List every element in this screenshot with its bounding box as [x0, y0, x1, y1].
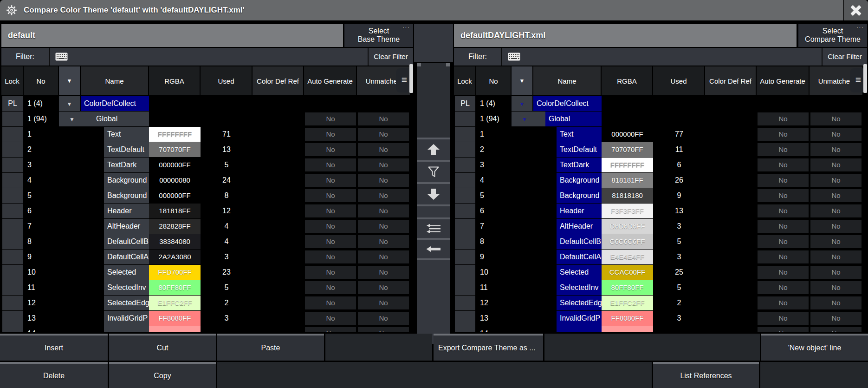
cell-name[interactable]: TextDefault — [104, 142, 149, 157]
cell-name[interactable]: Background — [557, 188, 602, 203]
cell-unmatched[interactable]: No — [810, 250, 862, 263]
column-header[interactable]: Name — [533, 66, 601, 95]
cell-name[interactable]: InvalidGridP — [557, 311, 602, 326]
cell-lock[interactable] — [2, 188, 23, 203]
cell-name[interactable]: AltHeader — [557, 219, 602, 234]
cell-unmatched[interactable]: No — [810, 158, 862, 171]
cell-auto-generate[interactable]: No — [758, 235, 809, 248]
cell-rgba-swatch[interactable]: E4E4E4FF — [602, 250, 653, 264]
cell-unmatched[interactable]: No — [358, 128, 409, 141]
cell-no[interactable]: 6 — [476, 204, 511, 218]
close-button[interactable] — [843, 0, 868, 20]
cell-rgba-swatch[interactable]: FFD700FF — [149, 265, 201, 280]
copy-to-base-button[interactable] — [417, 238, 450, 258]
new-object-line-button[interactable]: 'New object' line — [761, 334, 868, 361]
cell-used[interactable]: 5 — [653, 280, 705, 295]
cell-rgba-swatch[interactable]: 818181FF — [602, 173, 653, 188]
cell-used[interactable]: 4 — [201, 219, 253, 234]
cell-rgba-swatch[interactable]: 00000080 — [149, 173, 201, 188]
cell-used[interactable]: 9 — [653, 188, 705, 203]
cell-used[interactable]: 71 — [201, 127, 253, 142]
cell-lock[interactable] — [2, 127, 23, 142]
cell-no[interactable]: 1 (4) — [476, 96, 511, 111]
cell-auto-generate[interactable]: No — [305, 128, 356, 141]
cell-unmatched[interactable]: No — [810, 204, 862, 217]
cell-rgba-swatch[interactable]: E1FFC2FF — [149, 296, 201, 310]
cell-auto-generate[interactable]: No — [758, 128, 809, 141]
cell-auto-generate[interactable]: No — [758, 158, 809, 171]
copy-button[interactable]: Copy — [109, 362, 216, 388]
cell-name[interactable]: Header — [557, 204, 602, 218]
move-up-button[interactable] — [417, 138, 450, 160]
cell-used[interactable]: 6 — [653, 158, 705, 172]
cell-name[interactable]: Global — [93, 112, 149, 126]
column-header[interactable]: ▼ — [59, 66, 80, 95]
cell-auto-generate[interactable]: No — [758, 220, 809, 233]
cell-auto-generate[interactable]: No — [758, 281, 809, 294]
column-header[interactable]: No — [476, 66, 511, 95]
paste-button[interactable]: Paste — [217, 334, 324, 361]
cell-rgba-swatch[interactable]: CCAC00FF — [602, 265, 653, 280]
cell-no[interactable]: 8 — [476, 234, 511, 249]
cell-unmatched[interactable]: No — [358, 143, 409, 156]
cell-unmatched[interactable]: No — [358, 112, 409, 125]
cell-unmatched[interactable]: No — [358, 327, 409, 332]
cell-lock[interactable] — [455, 280, 475, 295]
cell-lock[interactable] — [2, 311, 23, 326]
expander-arrow[interactable]: ▼ — [512, 96, 532, 111]
cell-name[interactable]: Selected — [557, 265, 602, 280]
cell-unmatched[interactable]: No — [810, 235, 862, 248]
cell-unmatched[interactable]: No — [358, 174, 409, 187]
cell-lock[interactable] — [2, 280, 23, 295]
expander-arrow[interactable]: ▼ — [59, 96, 80, 111]
cell-lock[interactable] — [455, 173, 475, 188]
cell-auto-generate[interactable]: No — [305, 235, 356, 248]
filter-input[interactable] — [50, 48, 368, 66]
cell-name[interactable]: SelectedInv — [557, 280, 602, 295]
move-down-button[interactable] — [417, 182, 450, 204]
cell-lock[interactable] — [2, 234, 23, 249]
cell-lock[interactable] — [2, 250, 23, 264]
cell-unmatched[interactable]: No — [358, 235, 409, 248]
copy-all-to-base-button[interactable] — [417, 217, 450, 238]
cell-no[interactable]: 7 — [476, 219, 511, 234]
cell-lock[interactable] — [2, 204, 23, 218]
cell-unmatched[interactable]: No — [810, 327, 862, 332]
cell-no[interactable]: 9 — [24, 250, 58, 264]
cell-lock[interactable] — [455, 142, 475, 157]
cell-auto-generate[interactable]: No — [305, 112, 356, 125]
cell-auto-generate[interactable]: No — [758, 204, 809, 217]
cell-auto-generate[interactable]: No — [758, 250, 809, 263]
cell-name[interactable]: Global — [545, 112, 602, 126]
cell-used[interactable]: 3 — [653, 311, 705, 326]
clear-filter-button[interactable]: Clear Filter — [368, 48, 413, 66]
cell-used[interactable]: 5 — [653, 234, 705, 249]
cell-name[interactable]: ColorDefCollect — [81, 96, 149, 111]
cell-no[interactable]: 4 — [476, 173, 511, 188]
cell-no[interactable]: 1 (94) — [476, 112, 511, 126]
expander-arrow[interactable]: ▼ — [59, 112, 93, 126]
cell-auto-generate[interactable]: No — [758, 296, 809, 309]
cell-used[interactable]: 11 — [653, 142, 705, 157]
cell-lock[interactable] — [455, 326, 475, 332]
cell-auto-generate[interactable]: No — [305, 204, 356, 217]
column-header[interactable]: Used — [653, 66, 704, 95]
cell-used[interactable]: 3 — [201, 311, 253, 326]
cell-lock[interactable] — [455, 219, 475, 234]
cell-auto-generate[interactable]: No — [305, 281, 356, 294]
cell-lock[interactable] — [2, 265, 23, 280]
cell-name[interactable] — [104, 326, 149, 332]
cell-lock[interactable] — [455, 250, 475, 264]
cell-auto-generate[interactable]: No — [305, 189, 356, 202]
cell-name[interactable]: Text — [104, 127, 149, 142]
cell-no[interactable]: 12 — [24, 296, 58, 310]
vertical-scrollbar-thumb[interactable] — [409, 64, 413, 93]
cell-no[interactable]: 3 — [24, 158, 58, 172]
column-header[interactable]: RGBA — [602, 66, 652, 95]
cell-rgba-swatch[interactable]: 000000FF — [149, 158, 201, 172]
cell-name[interactable]: TextDark — [104, 158, 149, 172]
cell-rgba-swatch[interactable]: FFFFFFFF — [602, 158, 653, 172]
column-header[interactable]: Color Def Ref — [253, 66, 303, 95]
cell-rgba-swatch[interactable]: 2A2A3080 — [149, 250, 201, 264]
cell-name[interactable]: ColorDefCollect — [533, 96, 602, 111]
